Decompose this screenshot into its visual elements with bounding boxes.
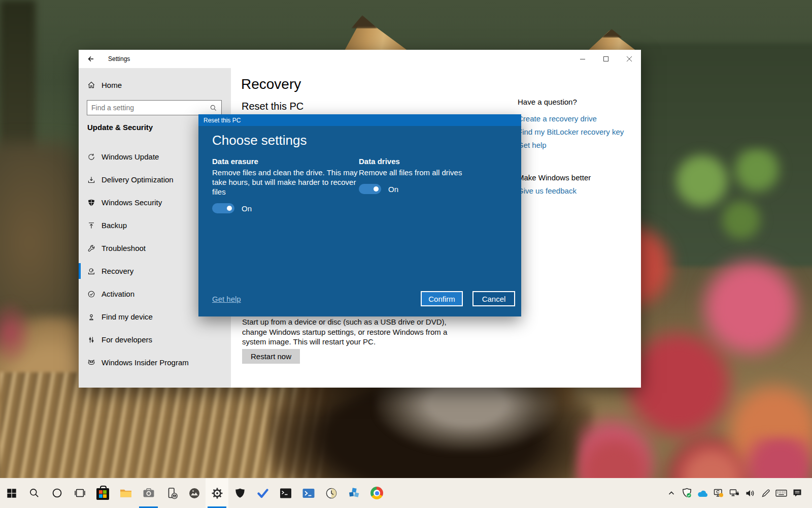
dialog-title: Reset this PC xyxy=(204,117,241,124)
taskbar-todo-button[interactable] xyxy=(251,478,274,508)
touch-keyboard-icon xyxy=(775,489,787,497)
link-get-help[interactable]: Get help xyxy=(518,141,547,149)
taskbar-store-button[interactable] xyxy=(91,478,114,508)
taskbar-powershell-button[interactable] xyxy=(297,478,320,508)
taskbar xyxy=(0,478,812,508)
data-drives-title: Data drives xyxy=(359,157,505,166)
window-title: Settings xyxy=(108,55,130,62)
data-drives-description: Remove all files from all drives xyxy=(359,168,505,177)
advanced-startup-description: Start up from a device or disc (such as … xyxy=(242,317,457,347)
pen-icon xyxy=(761,488,771,498)
clock-icon xyxy=(325,487,338,500)
maximize-button[interactable] xyxy=(594,50,618,68)
option-data-drives: Data drives Remove all files from all dr… xyxy=(359,157,505,194)
maximize-icon xyxy=(603,56,608,61)
window-titlebar: Settings xyxy=(79,50,641,68)
close-icon xyxy=(627,56,632,61)
developer-sliders-icon xyxy=(87,336,95,344)
data-erasure-description: Remove files and clean the drive. This m… xyxy=(212,168,358,197)
camera-icon xyxy=(142,487,155,500)
file-explorer-icon xyxy=(119,487,132,500)
taskbar-task-view-button[interactable] xyxy=(69,478,91,508)
tray-volume-button[interactable] xyxy=(742,478,758,508)
cancel-button[interactable]: Cancel xyxy=(472,291,515,306)
sidebar-item-home[interactable]: Home xyxy=(79,76,231,94)
task-view-icon xyxy=(74,487,86,499)
cubes-app-icon xyxy=(348,487,361,500)
tray-show-hidden-icons-button[interactable] xyxy=(663,478,679,508)
sidebar-item-windows-insider[interactable]: Windows Insider Program xyxy=(79,351,231,374)
reset-this-pc-dialog: Reset this PC Choose settings Data erasu… xyxy=(198,114,521,316)
chevron-up-icon xyxy=(667,489,675,497)
taskbar-camera-button[interactable] xyxy=(137,478,160,508)
taskbar-alarms-clock-button[interactable] xyxy=(320,478,343,508)
ninjacat-icon xyxy=(87,359,95,367)
sidebar-section-title: Update & Security xyxy=(87,123,153,132)
dialog-get-help-link[interactable]: Get help xyxy=(212,295,241,303)
taskbar-chrome-button[interactable] xyxy=(365,478,388,508)
powershell-icon xyxy=(302,487,315,500)
sync-icon xyxy=(87,153,95,161)
restart-now-button[interactable]: Restart now xyxy=(242,349,300,364)
data-drives-toggle[interactable] xyxy=(359,184,381,194)
confirm-button[interactable]: Confirm xyxy=(421,291,463,306)
network-ethernet-icon xyxy=(729,488,739,498)
taskbar-cubes-app-button[interactable] xyxy=(343,478,365,508)
tray-update-button[interactable] xyxy=(710,478,726,508)
search-box xyxy=(87,100,222,115)
shield-icon xyxy=(87,199,95,207)
delivery-optimization-icon xyxy=(87,176,95,184)
tray-onedrive-button[interactable] xyxy=(695,478,710,508)
taskbar-settings-button[interactable] xyxy=(206,478,228,508)
onedrive-cloud-icon xyxy=(697,489,708,497)
reset-this-pc-heading: Reset this PC xyxy=(242,101,303,112)
data-erasure-title: Data erasure xyxy=(212,157,358,166)
sidebar-item-for-developers[interactable]: For developers xyxy=(79,328,231,351)
dialog-titlebar: Reset this PC xyxy=(198,114,521,126)
minimize-icon xyxy=(580,56,585,61)
backup-icon xyxy=(87,221,95,230)
make-windows-better-title: Make Windows better xyxy=(518,173,591,182)
tray-network-button[interactable] xyxy=(726,478,742,508)
have-a-question-title: Have a question? xyxy=(518,98,577,106)
link-find-bitlocker-key[interactable]: Find my BitLocker recovery key xyxy=(518,128,624,136)
taskbar-cortana-button[interactable] xyxy=(46,478,69,508)
tray-action-center-button[interactable] xyxy=(789,478,805,508)
sidebar-home-label: Home xyxy=(101,81,122,89)
security-shield-icon xyxy=(234,487,246,499)
tray-windows-ink-button[interactable] xyxy=(758,478,773,508)
page-title: Recovery xyxy=(241,76,301,92)
start-icon xyxy=(6,488,17,499)
link-give-us-feedback[interactable]: Give us feedback xyxy=(518,186,577,195)
minimize-button[interactable] xyxy=(571,50,594,68)
data-drives-state: On xyxy=(388,185,398,194)
taskbar-windows-security-button[interactable] xyxy=(228,478,251,508)
option-data-erasure: Data erasure Remove files and clean the … xyxy=(212,157,358,213)
taskbar-your-phone-button[interactable] xyxy=(160,478,183,508)
defender-shield-icon xyxy=(682,488,692,498)
taskbar-start-button[interactable] xyxy=(0,478,23,508)
fox-ear-left xyxy=(343,17,408,51)
volume-icon xyxy=(745,488,755,498)
locate-person-icon xyxy=(87,313,95,321)
todo-check-icon xyxy=(256,487,269,500)
link-create-recovery-drive[interactable]: Create a recovery drive xyxy=(518,114,597,123)
back-button[interactable] xyxy=(79,50,102,68)
data-erasure-toggle[interactable] xyxy=(212,203,234,213)
taskbar-command-prompt-button[interactable] xyxy=(274,478,297,508)
tray-defender-button[interactable] xyxy=(679,478,695,508)
tray-touch-keyboard-button[interactable] xyxy=(773,478,789,508)
microsoft-store-icon xyxy=(96,488,109,500)
chrome-icon xyxy=(370,487,383,499)
taskbar-photos-button[interactable] xyxy=(183,478,206,508)
close-button[interactable] xyxy=(618,50,641,68)
search-icon[interactable] xyxy=(210,104,217,112)
search-input[interactable] xyxy=(87,104,210,112)
toggle-knob xyxy=(374,186,379,192)
action-center-icon xyxy=(792,488,802,498)
taskbar-file-explorer-button[interactable] xyxy=(114,478,137,508)
dialog-heading: Choose settings xyxy=(212,133,307,148)
taskbar-search-button[interactable] xyxy=(23,478,46,508)
update-monitor-icon xyxy=(714,488,724,498)
settings-gear-icon xyxy=(211,487,224,500)
